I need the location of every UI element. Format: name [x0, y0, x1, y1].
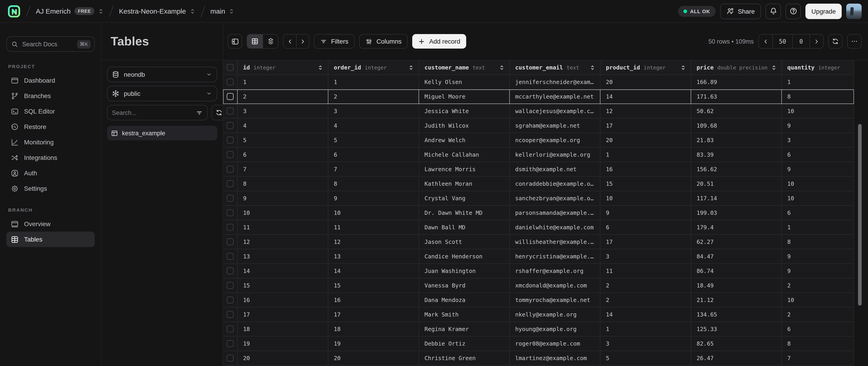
table-row[interactable]: 22Miguel Mooremccarthylee@example.net141… — [223, 89, 854, 104]
cell-customer_name[interactable]: Andrew Welch — [419, 133, 510, 148]
sidebar-item-sql-editor[interactable]: SQL Editor — [6, 104, 95, 119]
cell-product_id[interactable]: 2 — [600, 278, 691, 293]
table-row[interactable]: 33Jessica Whitewallacejesus@example.c…12… — [223, 104, 854, 118]
cell-price[interactable]: 156.62 — [691, 162, 782, 177]
cell-price[interactable]: 171.63 — [691, 89, 782, 104]
select-all-checkbox[interactable] — [227, 64, 234, 71]
row-checkbox[interactable] — [227, 268, 234, 274]
cell-price[interactable]: 21.83 — [691, 133, 782, 148]
cell-customer_email[interactable]: dsmith@example.net — [510, 162, 600, 177]
cell-product_id[interactable]: 20 — [600, 75, 691, 89]
cell-product_id[interactable]: 11 — [600, 264, 691, 278]
cell-customer_name[interactable]: Debbie Ortiz — [419, 337, 510, 351]
row-checkbox[interactable] — [227, 297, 234, 303]
cell-quantity[interactable]: 10 — [782, 293, 854, 307]
cell-customer_name[interactable]: Juan Washington — [419, 264, 510, 278]
grid-view-button[interactable] — [247, 34, 262, 48]
table-row[interactable]: 1212Jason Scottwillisheather@example.…17… — [223, 235, 854, 249]
cell-quantity[interactable]: 3 — [782, 133, 854, 148]
cell-order_id[interactable]: 16 — [328, 293, 419, 307]
row-checkbox[interactable] — [227, 253, 234, 260]
cell-product_id[interactable]: 17 — [600, 235, 691, 249]
cell-quantity[interactable]: 6 — [782, 206, 854, 220]
more-options-button[interactable] — [847, 34, 862, 49]
cell-id[interactable]: 19 — [238, 337, 328, 351]
cell-product_id[interactable]: 9 — [600, 206, 691, 220]
cell-id[interactable]: 14 — [238, 264, 328, 278]
table-row[interactable]: 1616Dana Mendozatommyrocha@example.net22… — [223, 293, 854, 307]
row-checkbox[interactable] — [227, 137, 234, 143]
table-row[interactable]: 2020Christine Greenlmartinez@example.com… — [223, 351, 854, 366]
cell-id[interactable]: 6 — [238, 148, 328, 162]
cell-order_id[interactable]: 17 — [328, 307, 419, 322]
cell-customer_name[interactable]: Dr. Dawn White MD — [419, 206, 510, 220]
page-next-button[interactable] — [809, 34, 823, 48]
column-header-order_id[interactable]: order_idinteger — [328, 60, 419, 75]
sidebar-item-integrations[interactable]: Integrations — [6, 150, 95, 165]
cell-quantity[interactable]: 10 — [782, 104, 854, 118]
table-row[interactable]: 77Lawrence Morrisdsmith@example.net16156… — [223, 162, 854, 177]
cell-customer_email[interactable]: parsonsamanda@example.… — [510, 206, 600, 220]
cell-price[interactable]: 134.65 — [691, 307, 782, 322]
cell-product_id[interactable]: 2 — [600, 293, 691, 307]
table-row[interactable]: 11Kelly Olsenjenniferschneider@exam…2016… — [223, 75, 854, 89]
cell-order_id[interactable]: 20 — [328, 351, 419, 366]
cell-customer_email[interactable]: rshaffer@example.org — [510, 264, 600, 278]
cell-customer_name[interactable]: Michele Callahan — [419, 148, 510, 162]
cell-customer_name[interactable]: Miguel Moore — [419, 89, 510, 104]
notifications-button[interactable] — [766, 3, 781, 19]
cell-customer_name[interactable]: Kelly Olsen — [419, 75, 510, 89]
search-docs-button[interactable]: Search Docs ⌘K — [6, 36, 95, 52]
column-header-customer_name[interactable]: customer_nametext — [419, 60, 510, 75]
cell-customer_name[interactable]: Regina Kramer — [419, 322, 510, 337]
cell-id[interactable]: 4 — [238, 118, 328, 133]
cell-id[interactable]: 17 — [238, 307, 328, 322]
cell-order_id[interactable]: 1 — [328, 75, 419, 89]
cell-product_id[interactable]: 17 — [600, 118, 691, 133]
row-checkbox[interactable] — [227, 93, 234, 100]
table-row[interactable]: 1717Mark Smithnkelly@example.org14134.65… — [223, 307, 854, 322]
page-offset-value[interactable]: 0 — [792, 34, 809, 48]
table-row[interactable]: 1818Regina Kramerhyoung@example.org1125.… — [223, 322, 854, 337]
database-select[interactable]: neondb — [107, 67, 217, 82]
cell-customer_name[interactable]: Candice Henderson — [419, 249, 510, 264]
cell-product_id[interactable]: 15 — [600, 177, 691, 191]
sidebar-item-auth[interactable]: Auth — [6, 165, 95, 181]
row-checkbox[interactable] — [227, 180, 234, 187]
share-button[interactable]: Share — [720, 3, 761, 19]
cell-order_id[interactable]: 12 — [328, 235, 419, 249]
cell-price[interactable]: 21.12 — [691, 293, 782, 307]
cell-customer_email[interactable]: kellerlori@example.org — [510, 148, 600, 162]
table-row[interactable]: 1010Dr. Dawn White MDparsonsamanda@examp… — [223, 206, 854, 220]
cell-customer_name[interactable]: Judith Wilcox — [419, 118, 510, 133]
cell-customer_email[interactable]: nkelly@example.org — [510, 307, 600, 322]
breadcrumb-branch[interactable]: main — [210, 7, 235, 15]
cell-product_id[interactable]: 12 — [600, 104, 691, 118]
cell-price[interactable]: 50.62 — [691, 104, 782, 118]
cell-id[interactable]: 1 — [238, 75, 328, 89]
table-row[interactable]: 1414Juan Washingtonrshaffer@example.org1… — [223, 264, 854, 278]
cell-customer_name[interactable]: Jessica White — [419, 104, 510, 118]
cell-price[interactable]: 20.51 — [691, 177, 782, 191]
cell-order_id[interactable]: 9 — [328, 191, 419, 206]
row-checkbox[interactable] — [227, 166, 234, 173]
cell-quantity[interactable]: 9 — [782, 118, 854, 133]
cell-price[interactable]: 179.4 — [691, 220, 782, 235]
column-header-price[interactable]: pricedouble precision — [691, 60, 782, 75]
cell-customer_email[interactable]: conraddebbie@example.o… — [510, 177, 600, 191]
cell-id[interactable]: 11 — [238, 220, 328, 235]
refresh-grid-button[interactable] — [828, 34, 843, 49]
sidebar-item-dashboard[interactable]: Dashboard — [6, 73, 95, 88]
column-header-quantity[interactable]: quantityinteger — [782, 60, 854, 75]
cell-price[interactable]: 86.74 — [691, 264, 782, 278]
page-prev-button[interactable] — [759, 34, 772, 48]
table-row[interactable]: 99Crystal Vangsanchezbryan@example.o…101… — [223, 191, 854, 206]
cell-customer_email[interactable]: sgraham@example.net — [510, 118, 600, 133]
filter-lines-icon[interactable] — [196, 109, 203, 116]
cell-price[interactable]: 117.14 — [691, 191, 782, 206]
cell-product_id[interactable]: 6 — [600, 220, 691, 235]
sidebar-item-tables[interactable]: Tables — [6, 232, 95, 247]
cell-customer_email[interactable]: wallacejesus@example.c… — [510, 104, 600, 118]
cell-product_id[interactable]: 1 — [600, 322, 691, 337]
table-search-input[interactable] — [112, 109, 192, 116]
